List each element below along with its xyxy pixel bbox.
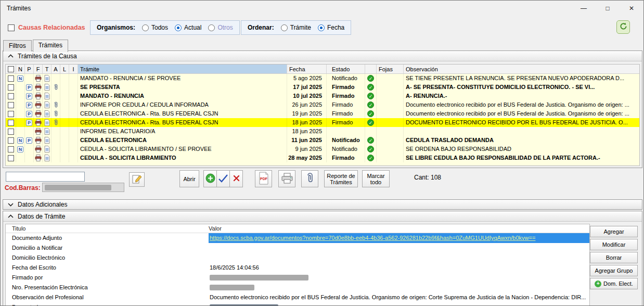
tramites-causa-header[interactable]: Trámites de la Causa: [3, 51, 642, 61]
row-select-checkbox[interactable]: [6, 83, 16, 92]
attachment-button[interactable]: [301, 170, 318, 187]
tab-tramites[interactable]: Trámites: [33, 40, 68, 52]
validate-button[interactable]: [216, 170, 230, 187]
radio-actual[interactable]: Actual: [175, 24, 201, 31]
radio-icon[interactable]: [142, 24, 149, 31]
column-header-check[interactable]: [365, 65, 377, 73]
table-row[interactable]: CEDULA - SOLICITA LIBRAMIENTO28 may 2025…: [6, 154, 639, 162]
pdf-button[interactable]: PDF: [255, 170, 272, 187]
pencil-icon: [132, 174, 142, 185]
radio-otros[interactable]: Otros: [208, 24, 233, 31]
n-flag-icon: N: [16, 145, 25, 154]
column-header-observacion[interactable]: Observación: [404, 65, 639, 73]
reporte-tramites-button[interactable]: Reporte de Trámites: [324, 170, 358, 187]
column-header-p[interactable]: P: [25, 65, 34, 73]
causas-relacionadas-checkbox[interactable]: Causas Relacionadas: [8, 24, 85, 31]
radio-icon[interactable]: [281, 24, 288, 31]
checkbox-icon: [8, 155, 14, 161]
table-row[interactable]: PMANDATO - RENUNCIA10 jul 2025Firmado✓A-…: [6, 92, 639, 100]
detail-row[interactable]: Fecha del Escrito18/6/2025 14:04:56: [6, 263, 589, 273]
row-select-checkbox[interactable]: [6, 127, 16, 136]
marcar-todo-button[interactable]: Marcar todo: [362, 170, 390, 187]
refresh-button[interactable]: [616, 20, 630, 34]
row-select-checkbox[interactable]: [6, 154, 16, 162]
table-row[interactable]: NMANDATO - RENUNCIA / SE PROVEE5 ago 202…: [6, 74, 639, 83]
plus-icon: [205, 173, 215, 184]
minimize-button[interactable]: —: [572, 1, 596, 16]
observacion-cell: SE LIBRE CEDULA BAJO RESPONSABILIDAD DE …: [404, 154, 639, 162]
table-row[interactable]: PCEDULA ELECTRONICA - Rta. BUS FEDERAL C…: [6, 118, 639, 127]
agregar-button[interactable]: Agregar: [590, 226, 638, 237]
detail-row[interactable]: Presentado por: [6, 302, 589, 306]
datos-tramite-header[interactable]: Datos de Trámite: [3, 211, 642, 222]
empty-flag-cell: [51, 145, 60, 154]
agregar-grupo-button[interactable]: Agregar Grupo: [590, 265, 638, 276]
document-link[interactable]: https://docs.scba.gov.ar/documentos?nomb…: [210, 235, 535, 241]
checkbox-icon[interactable]: [8, 24, 15, 31]
barcode-input[interactable]: [6, 172, 85, 182]
radio-icon[interactable]: [175, 24, 182, 31]
print-button[interactable]: [278, 170, 295, 187]
grid-body: NMANDATO - RENUNCIA / SE PROVEE5 ago 202…: [6, 74, 639, 162]
refresh-icon: [620, 22, 627, 32]
column-header-estado[interactable]: Estado: [327, 65, 365, 73]
delete-button[interactable]: [229, 170, 243, 187]
table-row[interactable]: NPCEDULA ELECTRONICA11 jun 2025Notificad…: [6, 136, 639, 145]
table-row[interactable]: NCEDULA - SOLICITA LIBRAMIENTO / SE PROV…: [6, 145, 639, 154]
detail-row[interactable]: Domicilio Electrónico: [6, 253, 589, 263]
detail-row[interactable]: Nro. Presentación Electrónica: [6, 283, 589, 292]
row-select-checkbox[interactable]: [6, 109, 16, 118]
title-bar[interactable]: Trámites — □ ✕: [1, 1, 643, 16]
column-header-valor[interactable]: Valor: [209, 224, 222, 233]
redacted-value: [45, 185, 111, 190]
table-row[interactable]: PCEDULA ELECTRONICA - Rta. BUS FEDERAL C…: [6, 109, 639, 118]
dom-elect-button[interactable]: +Dom. Elect.: [590, 278, 638, 289]
select-all-checkbox[interactable]: [6, 65, 16, 73]
row-select-checkbox[interactable]: [6, 145, 16, 154]
row-select-checkbox[interactable]: [6, 74, 16, 83]
column-header-tramite[interactable]: Trámite: [78, 65, 287, 73]
printer-icon: [34, 100, 43, 109]
radio-todos[interactable]: Todos: [142, 24, 168, 31]
table-row[interactable]: INFORME DEL ACTUARIO/A18 jun 2025: [6, 127, 639, 136]
column-header-n[interactable]: N: [16, 65, 25, 73]
radio-icon[interactable]: [318, 24, 325, 31]
column-header-titulo[interactable]: Titulo: [6, 224, 209, 233]
table-row[interactable]: PINFORME POR CEDULA / CEDULA INFORMADA26…: [6, 100, 639, 109]
close-button[interactable]: ✕: [620, 1, 643, 16]
table-row[interactable]: PSE PRESENTA17 jul 2025Firmado✓A- SE PRE…: [6, 83, 639, 92]
p-flag-icon: P: [25, 118, 34, 127]
fecha-cell: 18 jun 2025: [287, 127, 327, 136]
column-header-l[interactable]: L: [60, 65, 69, 73]
detail-row[interactable]: Firmado por: [6, 273, 589, 283]
detail-row[interactable]: Domicilio a Notificar: [6, 243, 589, 253]
column-header-i[interactable]: I: [69, 65, 78, 73]
column-header-fojas[interactable]: Fojas: [377, 65, 404, 73]
datos-adicionales-header[interactable]: Datos Adicionales: [3, 199, 642, 210]
empty-flag-cell: [16, 92, 25, 100]
column-header-fecha[interactable]: Fecha: [287, 65, 327, 73]
radio-icon[interactable]: [208, 24, 215, 31]
row-select-checkbox[interactable]: [6, 118, 16, 127]
radio-tramite[interactable]: Trámite: [281, 24, 311, 31]
detail-row[interactable]: Observación del ProfesionalDocumento ele…: [6, 292, 589, 302]
paperclip-icon: [306, 172, 314, 185]
column-header-t[interactable]: T: [43, 65, 51, 73]
row-select-checkbox[interactable]: [6, 136, 16, 145]
tab-filtros[interactable]: Filtros: [3, 40, 32, 52]
detail-row[interactable]: Documento Adjuntohttps://docs.scba.gov.a…: [6, 233, 589, 243]
abrir-button[interactable]: Abrir: [179, 170, 199, 187]
tramite-cell: SE PRESENTA: [78, 83, 287, 92]
section-title: Datos Adicionales: [18, 201, 67, 208]
radio-fecha[interactable]: Fecha: [318, 24, 344, 31]
borrar-button[interactable]: Borrar: [590, 252, 638, 263]
modificar-button[interactable]: Modificar: [590, 239, 638, 250]
row-select-checkbox[interactable]: [6, 100, 16, 109]
add-button[interactable]: [203, 170, 217, 187]
radio-todos-label: Todos: [151, 24, 168, 31]
edit-button[interactable]: [129, 172, 145, 187]
row-select-checkbox[interactable]: [6, 92, 16, 100]
column-header-f[interactable]: F: [34, 65, 43, 73]
maximize-button[interactable]: □: [596, 1, 620, 16]
column-header-a[interactable]: A: [51, 65, 60, 73]
